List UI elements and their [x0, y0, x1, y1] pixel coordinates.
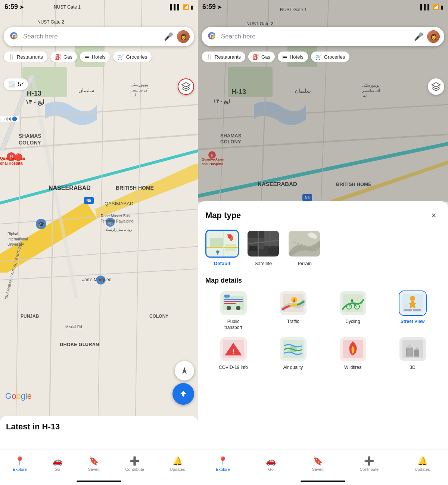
nav-saved[interactable]: 🔖 Saved — [88, 456, 100, 472]
right-search-text: Search here — [221, 33, 410, 40]
right-status-icons: ▌▌▌ 📶 ▮ — [420, 4, 444, 10]
right-battery-icon: ▮ — [441, 4, 444, 10]
threed-detail-preview — [401, 338, 425, 360]
detail-wildfires[interactable]: Wildfires — [325, 336, 381, 371]
right-location-arrow-icon: ➤ — [217, 4, 222, 10]
left-user-avatar[interactable]: 👩 — [177, 30, 190, 43]
svg-point-100 — [289, 345, 297, 353]
airquality-label: Air quality — [283, 365, 303, 371]
left-search-bar[interactable]: Search here 🎤 👩 — [4, 27, 194, 46]
svg-text:!: ! — [232, 348, 234, 355]
panel-title: Map type — [205, 211, 241, 220]
wildfires-icon-box — [339, 336, 367, 362]
right-layers-icon — [431, 82, 441, 91]
right-nav-updates[interactable]: 🔔 Updates — [415, 456, 430, 472]
transit-icon-box — [220, 290, 248, 316]
right-nav-saved[interactable]: 🔖 Saved — [312, 456, 324, 472]
right-panel: NUST Gate 1 NUST Gate 2 H-13 ایج - ۱۳ SH… — [198, 0, 448, 485]
wildfires-label: Wildfires — [344, 365, 361, 371]
right-mic-icon[interactable]: 🎤 — [414, 32, 423, 41]
groceries-icon: 🛒 — [118, 54, 124, 60]
detail-cycling[interactable]: Cycling — [325, 290, 381, 330]
satellite-map-label: Satellite — [255, 261, 272, 266]
covid-detail-preview: ! — [221, 338, 246, 360]
right-nav-contribute[interactable]: ➕ Contribute — [360, 456, 379, 472]
battery-icon: ▮ — [190, 4, 193, 10]
hospital-pin: 🔴 — [14, 153, 22, 161]
map-type-default[interactable]: Default — [205, 230, 239, 266]
right-nav-go[interactable]: 🚗 Go — [266, 456, 276, 472]
svg-text:ابند...: ابند... — [131, 93, 139, 97]
right-wifi-icon: 📶 — [433, 4, 439, 10]
terrain-map-icon — [287, 230, 321, 258]
default-map-icon — [205, 230, 239, 258]
satellite-map-icon — [246, 230, 280, 258]
directions-button[interactable] — [172, 383, 194, 405]
hotels-label: Hotels — [92, 54, 106, 60]
layers-button[interactable] — [178, 78, 194, 95]
right-restaurants-chip[interactable]: 🍴 Restaurants — [202, 52, 245, 62]
svg-point-79 — [227, 306, 231, 310]
right-search-bar[interactable]: Search here 🎤 👩 — [202, 27, 444, 46]
right-user-avatar[interactable]: 👩 — [427, 30, 440, 43]
left-time: 6:59 ➤ — [4, 3, 24, 11]
naseerabad-label: NASEERABAD — [49, 185, 91, 192]
navigation-button[interactable] — [175, 361, 194, 380]
nav-explore[interactable]: 📍 Explore — [13, 456, 27, 472]
right-saved-icon: 🔖 — [313, 456, 323, 466]
wildfires-detail-preview — [341, 338, 365, 360]
right-map-area: NUST Gate 1 NUST Gate 2 H-13 ایج - ۱۳ SH… — [198, 0, 448, 202]
gas-chip[interactable]: ⛽ Gas — [50, 52, 77, 62]
close-button[interactable]: × — [427, 209, 441, 222]
svg-point-91 — [410, 296, 415, 301]
map-type-panel: Map type × D — [198, 201, 448, 485]
detail-transit[interactable]: Publictransport — [205, 290, 261, 330]
detail-3d[interactable]: 3D — [385, 336, 441, 371]
svg-rect-107 — [414, 350, 419, 357]
h13-arabic-label: ایج - ۱۳ — [25, 99, 44, 106]
nav-contribute[interactable]: ➕ Contribute — [125, 456, 144, 472]
right-gas-label: Gas — [261, 54, 270, 60]
svg-point-88 — [351, 299, 353, 302]
restaurants-chip[interactable]: 🍴 Restaurants — [4, 52, 47, 62]
groceries-chip[interactable]: 🛒 Groceries — [113, 52, 152, 62]
maps-logo-icon — [8, 31, 19, 42]
right-updates-label: Updates — [415, 467, 430, 472]
right-go-icon: 🚗 — [266, 456, 276, 466]
suleiman-label: سلیمان — [78, 87, 94, 93]
left-status-bar: 6:59 ➤ ▌▌▌ 📶 ▮ — [0, 3, 198, 11]
explore-label: Explore — [13, 467, 27, 472]
svg-text:آف سائنسز: آف سائنسز — [130, 88, 149, 93]
map-type-satellite[interactable]: Satellite — [246, 230, 280, 266]
right-saved-label: Saved — [312, 467, 324, 472]
transit-label: Publictransport — [224, 319, 242, 330]
right-groceries-chip[interactable]: 🛒 Groceries — [311, 52, 349, 62]
left-category-chips: 🍴 Restaurants ⛽ Gas 🛏 Hotels 🛒 Groceries — [0, 52, 198, 62]
weather-badge: 🌫️ 5° — [4, 78, 28, 90]
hotels-chip[interactable]: 🛏 Hotels — [80, 52, 110, 62]
right-layers-button[interactable] — [428, 78, 444, 95]
signal-icon: ▌▌▌ — [170, 4, 181, 10]
right-signal-icon: ▌▌▌ — [420, 4, 431, 10]
map-type-terrain[interactable]: Terrain — [287, 230, 321, 266]
saved-icon: 🔖 — [89, 456, 99, 466]
right-gas-chip[interactable]: ⛽ Gas — [248, 52, 275, 62]
detail-airquality[interactable]: Air quality — [265, 336, 321, 371]
airquality-icon-box — [279, 336, 307, 362]
nav-go[interactable]: 🚗 Go — [52, 456, 62, 472]
cycling-label: Cycling — [345, 319, 360, 325]
detail-traffic[interactable]: Traffic — [265, 290, 321, 330]
left-bottom-nav: 📍 Explore 🚗 Go 🔖 Saved ➕ Contribute 🔔 Up… — [0, 450, 198, 485]
hujaj-label: Hujaj 🔵 — [0, 116, 19, 122]
right-hotels-chip[interactable]: 🛏 Hotels — [278, 52, 308, 62]
detail-streetview[interactable]: Street View — [385, 290, 441, 330]
hotels-icon: 🛏 — [84, 54, 90, 60]
left-panel: H N5 🎓 🚌 📍 یونیورسٹی آف سائنسز ابند... N… — [0, 0, 198, 485]
right-nav-explore[interactable]: 📍 Explore — [216, 456, 230, 472]
nav-updates[interactable]: 🔔 Updates — [170, 456, 185, 472]
terrain-map-preview — [289, 231, 321, 258]
svg-rect-65 — [264, 231, 280, 246]
left-mic-icon[interactable]: 🎤 — [164, 32, 173, 41]
svg-rect-76 — [224, 299, 243, 300]
detail-covid[interactable]: ! COVID-19 info — [205, 336, 261, 371]
